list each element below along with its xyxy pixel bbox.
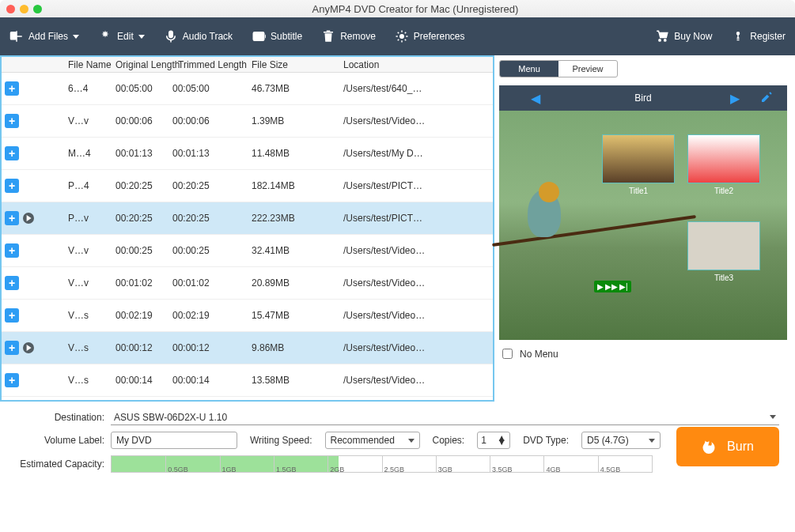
gauge-tick: 3.5GB xyxy=(490,456,513,472)
table-row[interactable]: +V…s00:00:1400:00:1413.58MB/Users/test/V… xyxy=(2,364,493,397)
location-cell: /Users/test/PICT… xyxy=(323,213,493,224)
menu-tile-3[interactable]: Title3 xyxy=(687,221,760,270)
window-zoom-icon[interactable] xyxy=(33,5,42,13)
add-files-button[interactable]: Add Files xyxy=(9,29,79,43)
subtitle-label: Subtitle xyxy=(271,31,302,42)
writing-speed-combo[interactable]: Recommended xyxy=(325,432,420,449)
edit-button[interactable]: Edit xyxy=(98,29,145,43)
orig-length-cell: 00:01:13 xyxy=(115,148,172,159)
volume-label-label: Volume Label: xyxy=(16,435,111,446)
window-minimize-icon[interactable] xyxy=(20,5,28,13)
destination-combo[interactable]: ASUS SBW-06D2X-U 1.10 xyxy=(111,409,779,425)
col-filename[interactable]: File Name xyxy=(68,59,115,70)
filename-cell: P…v xyxy=(68,213,115,224)
main-toolbar: Add Files Edit Audio Track ABC Subtitle … xyxy=(0,17,795,55)
add-icon[interactable]: + xyxy=(5,373,19,387)
location-cell: /Users/test/My D… xyxy=(323,148,493,159)
col-trim[interactable]: Trimmed Length xyxy=(172,59,252,70)
trim-length-cell: 00:01:02 xyxy=(172,277,252,289)
location-cell: /Users/test/Video… xyxy=(323,277,493,289)
add-icon[interactable]: + xyxy=(5,146,19,160)
trim-length-cell: 00:00:14 xyxy=(172,375,252,386)
add-icon[interactable]: + xyxy=(5,243,19,258)
add-icon[interactable]: + xyxy=(5,341,19,355)
register-label: Register xyxy=(750,31,786,42)
play-icon[interactable]: ▶ xyxy=(597,282,604,291)
preview-pane: Menu Preview ◀ Bird ▶ Title1 Title2 Titl… xyxy=(494,55,795,402)
buy-now-label: Buy Now xyxy=(674,31,712,42)
subtitle-button[interactable]: ABC Subtitle xyxy=(252,29,302,43)
svg-point-4 xyxy=(737,32,740,35)
remove-button[interactable]: Remove xyxy=(321,29,376,43)
menu-tile-2[interactable]: Title2 xyxy=(687,134,760,183)
burn-button[interactable]: Burn xyxy=(676,427,779,466)
tile-caption: Title1 xyxy=(603,187,674,195)
destination-label: Destination: xyxy=(16,412,111,423)
location-cell: /Users/test/Video… xyxy=(323,342,493,353)
tile-caption: Title3 xyxy=(688,274,759,282)
location-cell: /Users/test/Video… xyxy=(323,245,493,256)
chevron-down-icon xyxy=(770,415,776,419)
title-bar: AnyMP4 DVD Creator for Mac (Unregistered… xyxy=(0,0,795,17)
gauge-tick: 2.5GB xyxy=(382,456,405,472)
location-cell: /Users/test/640_… xyxy=(323,83,493,94)
no-menu-label: No Menu xyxy=(520,349,558,360)
filesize-cell: 11.48MB xyxy=(252,148,323,159)
table-row[interactable]: +V…v00:00:2500:00:2532.41MB/Users/test/V… xyxy=(2,235,493,267)
add-icon[interactable]: + xyxy=(5,179,19,193)
filesize-cell: 1.39MB xyxy=(252,115,323,126)
add-icon[interactable]: + xyxy=(5,81,19,96)
menu-tile-1[interactable]: Title1 xyxy=(602,134,675,183)
no-menu-checkbox[interactable]: No Menu xyxy=(499,346,787,361)
dvd-type-combo[interactable]: D5 (4.7G) xyxy=(581,432,661,449)
preferences-button[interactable]: Preferences xyxy=(395,29,465,43)
dvd-type-value: D5 (4.7G) xyxy=(587,435,629,446)
add-icon[interactable]: + xyxy=(5,211,19,225)
table-row[interactable]: +V…v00:01:0200:01:0220.89MB/Users/test/V… xyxy=(2,267,493,300)
orig-length-cell: 00:01:02 xyxy=(115,277,172,289)
capacity-label: Estimated Capacity: xyxy=(16,458,111,470)
col-location[interactable]: Location xyxy=(323,59,493,70)
filename-cell: P…4 xyxy=(68,180,115,191)
table-row[interactable]: +P…v00:20:2500:20:25222.23MB/Users/test/… xyxy=(2,202,493,235)
register-button[interactable]: Register xyxy=(731,29,786,43)
volume-label-input[interactable]: My DVD xyxy=(111,432,237,449)
table-row[interactable]: +V…s00:02:1900:02:1915.47MB/Users/test/V… xyxy=(2,300,493,332)
add-icon[interactable]: + xyxy=(5,114,19,128)
copies-label: Copies: xyxy=(433,435,465,446)
add-icon[interactable]: + xyxy=(5,276,19,290)
trim-length-cell: 00:20:25 xyxy=(172,213,252,224)
player-controls[interactable]: ▶ ▶▶ ▶| xyxy=(594,281,631,292)
orig-length-cell: 00:00:25 xyxy=(115,245,172,256)
window-close-icon[interactable] xyxy=(6,5,15,13)
edit-theme-icon[interactable] xyxy=(760,91,773,106)
buy-now-button[interactable]: Buy Now xyxy=(655,29,712,43)
orig-length-cell: 00:05:00 xyxy=(115,83,172,94)
svg-rect-0 xyxy=(11,32,17,40)
fastfwd-icon[interactable]: ▶▶ xyxy=(605,282,618,291)
table-row[interactable]: +P…400:20:2500:20:25182.14MB/Users/test/… xyxy=(2,170,493,202)
copies-stepper[interactable]: 1 ▲▼ xyxy=(477,432,510,449)
chevron-down-icon xyxy=(73,35,79,39)
menu-preview: Title1 Title2 Title3 ▶ ▶▶ ▶| xyxy=(499,111,787,340)
table-row[interactable]: +M…400:01:1300:01:1311.48MB/Users/test/M… xyxy=(2,138,493,170)
add-icon[interactable]: + xyxy=(5,308,19,323)
writing-speed-label: Writing Speed: xyxy=(250,435,312,446)
theme-header: ◀ Bird ▶ xyxy=(499,85,787,111)
skip-icon[interactable]: ▶| xyxy=(619,282,628,291)
table-row[interactable]: +V…s00:00:1200:00:129.86MB/Users/test/Vi… xyxy=(2,332,493,364)
orig-length-cell: 00:20:25 xyxy=(115,180,172,191)
prev-theme-icon[interactable]: ◀ xyxy=(531,91,540,106)
no-menu-input[interactable] xyxy=(502,349,513,359)
tab-preview[interactable]: Preview xyxy=(558,61,617,77)
next-theme-icon[interactable]: ▶ xyxy=(730,91,740,106)
tab-menu[interactable]: Menu xyxy=(500,61,558,77)
table-row[interactable]: +6…400:05:0000:05:0046.73MB/Users/test/6… xyxy=(2,73,493,105)
table-row[interactable]: +V…v00:00:0600:00:061.39MB/Users/test/Vi… xyxy=(2,105,493,138)
col-orig[interactable]: Original Length xyxy=(115,59,172,70)
col-size[interactable]: File Size xyxy=(252,59,323,70)
audio-track-button[interactable]: Audio Track xyxy=(164,29,233,43)
orig-length-cell: 00:02:19 xyxy=(115,310,172,321)
capacity-gauge: 0.5GB1GB1.5GB2GB2.5GB3GB3.5GB4GB4.5GB xyxy=(111,455,653,473)
filename-cell: M…4 xyxy=(68,148,115,159)
